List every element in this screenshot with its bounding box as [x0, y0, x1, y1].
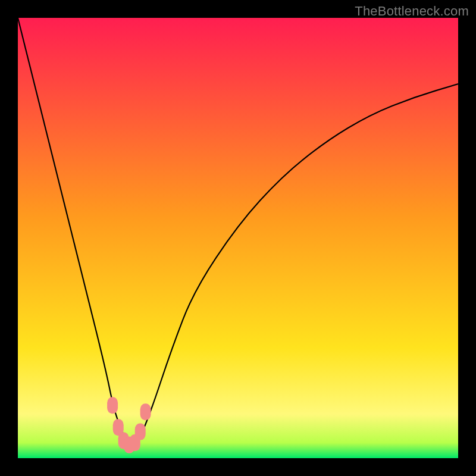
watermark-text: TheBottleneck.com: [355, 4, 469, 19]
highlight-marker: [135, 424, 146, 440]
chart-frame: TheBottleneck.com: [0, 0, 476, 476]
highlight-marker: [140, 403, 151, 420]
bottleneck-plot: [18, 18, 458, 458]
plot-background: [18, 18, 458, 458]
highlight-marker: [107, 397, 118, 414]
